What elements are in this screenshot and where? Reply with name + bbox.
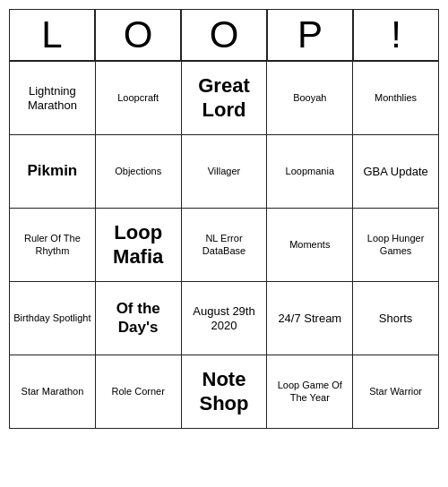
cell-r2-c3: Moments: [267, 209, 353, 282]
bingo-card: LOOP! Lightning MarathonLoopcraftGreat L…: [9, 9, 439, 429]
cell-r3-c1: Of the Day's: [96, 282, 182, 355]
cell-r4-c3: Loop Game Of The Year: [267, 355, 353, 429]
cell-r3-c3: 24/7 Stream: [267, 282, 353, 355]
cell-r0-c3: Booyah: [267, 62, 353, 135]
cell-r0-c0: Lightning Marathon: [10, 62, 96, 135]
cell-r4-c0: Star Marathon: [10, 355, 96, 429]
header-row: LOOP!: [9, 9, 439, 61]
cell-r2-c2: NL Error DataBase: [182, 209, 268, 282]
cell-r1-c0: Pikmin: [10, 135, 96, 209]
header-letter: P: [267, 9, 353, 61]
cell-r1-c3: Loopmania: [267, 135, 353, 209]
cell-r1-c1: Objections: [96, 135, 182, 209]
cell-r2-c1: Loop Mafia: [96, 209, 182, 282]
header-letter: O: [95, 9, 181, 61]
cell-r2-c4: Loop Hunger Games: [353, 209, 439, 282]
cell-r0-c4: Monthlies: [353, 62, 439, 135]
cell-r1-c2: Villager: [182, 135, 268, 209]
cell-r0-c1: Loopcraft: [96, 62, 182, 135]
cell-r4-c4: Star Warrior: [353, 355, 439, 429]
cell-r3-c0: Birthday Spotlight: [10, 282, 96, 355]
cell-r4-c1: Role Corner: [96, 355, 182, 429]
header-letter: L: [9, 9, 95, 61]
cell-r2-c0: Ruler Of The Rhythm: [10, 209, 96, 282]
bingo-grid: Lightning MarathonLoopcraftGreat LordBoo…: [9, 61, 439, 429]
cell-r4-c2: Note Shop: [182, 355, 268, 429]
cell-r1-c4: GBA Update: [353, 135, 439, 209]
header-letter: O: [181, 9, 267, 61]
cell-r0-c2: Great Lord: [182, 62, 268, 135]
cell-r3-c4: Shorts: [353, 282, 439, 355]
cell-r3-c2: August 29th 2020: [182, 282, 268, 355]
header-letter: !: [353, 9, 439, 61]
